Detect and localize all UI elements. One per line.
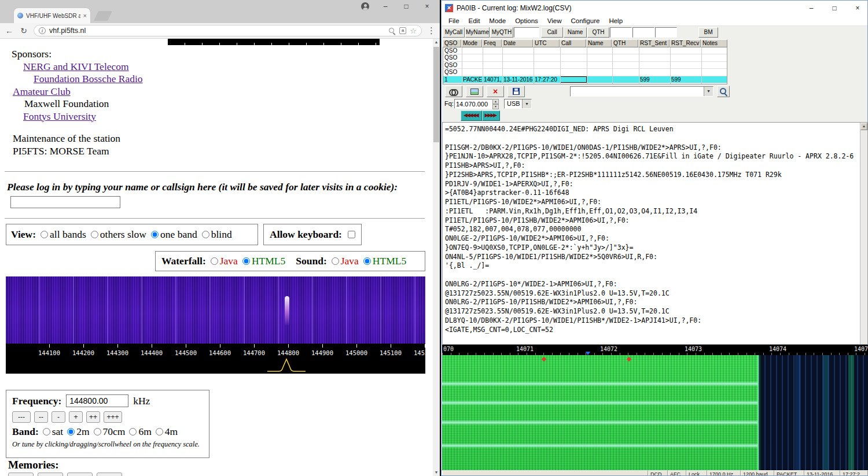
view-option-one-band[interactable]: one band (146, 228, 197, 241)
sponsor-link[interactable]: Fontys University (23, 110, 96, 122)
menu-item[interactable]: File (444, 17, 464, 24)
radio-sound-html5[interactable] (363, 257, 371, 265)
allow-keyboard-checkbox[interactable] (348, 231, 355, 238)
status-segment[interactable]: PACKET (774, 470, 804, 475)
log-row-empty[interactable]: QSO (443, 47, 727, 54)
band-option-70cm[interactable]: 70cm (90, 426, 126, 438)
status-segment[interactable]: 1700.0 Hz (707, 470, 741, 475)
spin-down-icon[interactable]: ▼ (492, 104, 499, 109)
scroll-up-icon[interactable]: ▲ (860, 123, 867, 130)
log-column-header[interactable]: QSO (443, 39, 461, 47)
radio-others-slow[interactable] (91, 231, 98, 238)
sponsor-link[interactable]: NERG and KIVI Telecom (23, 61, 129, 72)
sound-html5-option[interactable]: HTML5 (359, 255, 406, 267)
toolbar-field[interactable] (632, 27, 654, 38)
step-up-2-button[interactable]: ++ (86, 411, 100, 423)
back-icon[interactable]: ← (5, 26, 14, 35)
menu-item[interactable]: Options (510, 17, 543, 24)
mode-select[interactable]: USB▼ (504, 99, 532, 109)
new-tab-button[interactable] (94, 11, 112, 21)
myname-button[interactable]: MyName (465, 27, 490, 38)
maximize-button[interactable]: □ (396, 0, 417, 13)
capture-button[interactable] (466, 86, 483, 97)
log-cell-date[interactable]: 13-11-2016 (502, 76, 534, 83)
chevron-down-icon[interactable]: ▼ (704, 87, 713, 96)
frequency-scale[interactable]: 1441001442001443001444001445001446001447… (6, 344, 425, 357)
browser-tab[interactable]: VHF/UHF WebSDR at × (14, 8, 90, 23)
minimize-button[interactable]: – (375, 0, 396, 13)
radio-one-band[interactable] (151, 231, 159, 238)
scroll-down-icon[interactable]: ▼ (433, 469, 440, 476)
chevron-down-icon[interactable]: ▼ (522, 99, 531, 108)
lookup-button[interactable] (717, 86, 730, 97)
name-button[interactable]: Name (564, 27, 587, 38)
translate-icon[interactable] (399, 27, 406, 34)
log-cell-rst-recv[interactable]: 599 (670, 76, 701, 83)
menu-item[interactable]: View (543, 17, 567, 24)
band-option-sat[interactable]: sat (39, 426, 63, 438)
log-cell-freq[interactable]: 14071, (483, 76, 502, 83)
forward-button[interactable]: ▶▶▶▶ (482, 110, 501, 121)
sponsor-link[interactable]: Amateur Club (13, 86, 71, 97)
status-segment[interactable]: AFC (668, 470, 686, 475)
toolbar-field[interactable] (655, 27, 677, 38)
menu-item[interactable]: Configure (567, 17, 605, 24)
step-down-1-button[interactable]: - (52, 411, 65, 423)
browser-scrollbar[interactable]: ▲ ▼ (433, 39, 440, 476)
menu-item[interactable]: Help (604, 17, 627, 24)
callsign-input[interactable] (10, 196, 120, 208)
close-button[interactable]: × (848, 1, 867, 16)
view-option-blind[interactable]: blind (197, 228, 232, 241)
memory-button[interactable] (8, 473, 34, 476)
sponsor-link[interactable]: Foundation Bossche Radio (34, 73, 143, 84)
radio-band-sat[interactable] (43, 428, 50, 436)
memory-button[interactable] (38, 473, 63, 476)
band-option-4m[interactable]: 4m (152, 426, 178, 438)
step-down-3-button[interactable]: --- (12, 411, 31, 423)
delete-button[interactable] (487, 86, 504, 97)
menu-item[interactable]: Edit (464, 17, 485, 24)
save-button[interactable] (507, 86, 525, 97)
log-column-header[interactable]: UTC (533, 39, 560, 47)
status-segment[interactable]: DCD (648, 470, 668, 475)
mixw-titlebar[interactable]: PA0IB - Current log: MixW2.log(CSV) – □ … (442, 1, 867, 16)
log-column-header[interactable]: Mode (461, 39, 482, 47)
radio-band-6m[interactable] (129, 428, 137, 436)
log-column-header[interactable]: Notes (701, 39, 727, 47)
mycall-button[interactable]: MyCall (443, 27, 465, 38)
log-column-header[interactable]: Date (502, 39, 533, 47)
websdr-waterfall[interactable] (6, 276, 425, 344)
log-cell-utc[interactable]: 17:27:20 (534, 76, 560, 83)
bm-button[interactable]: BM (698, 27, 718, 38)
radio-blind[interactable] (202, 231, 209, 238)
log-cell-name[interactable] (587, 76, 612, 83)
log-column-header[interactable]: RST_Recv (670, 39, 701, 47)
tab-close-icon[interactable]: × (83, 12, 87, 19)
profile-icon[interactable] (361, 2, 369, 10)
view-option-all-bands[interactable]: all bands (36, 228, 86, 241)
step-down-2-button[interactable]: -- (34, 411, 48, 423)
log-row-empty[interactable]: QSO (443, 54, 727, 61)
close-button[interactable]: × (417, 0, 437, 13)
waterfall-java-option[interactable]: Java (206, 255, 238, 267)
memory-button[interactable] (97, 473, 122, 476)
radio-waterfall-html5[interactable] (242, 257, 250, 265)
radio-waterfall-java[interactable] (211, 257, 218, 265)
search-log-button[interactable] (445, 86, 462, 97)
frequency-input[interactable] (66, 394, 128, 407)
sound-java-option[interactable]: Java (327, 255, 359, 267)
log-row-current[interactable]: 1 PACKE 14071, 13-11-2016 17:27:20 599 5… (443, 76, 727, 83)
status-segment[interactable]: 1200 baud (741, 470, 774, 475)
log-column-header[interactable]: Call (560, 39, 586, 47)
call-button[interactable]: Call (541, 27, 563, 38)
info-icon[interactable] (39, 27, 46, 34)
log-cell-notes[interactable] (701, 76, 727, 83)
waterfall-html5-option[interactable]: HTML5 (238, 255, 285, 267)
zoom-icon[interactable] (388, 27, 396, 35)
fq-input[interactable] (454, 99, 492, 109)
log-column-header[interactable]: RST_Sent (638, 39, 670, 47)
bookmark-star-icon[interactable]: ☆ (410, 27, 417, 35)
menu-item[interactable]: Mode (484, 17, 510, 24)
toolbar-field[interactable] (514, 27, 539, 38)
reload-icon[interactable]: ↻ (19, 26, 28, 35)
